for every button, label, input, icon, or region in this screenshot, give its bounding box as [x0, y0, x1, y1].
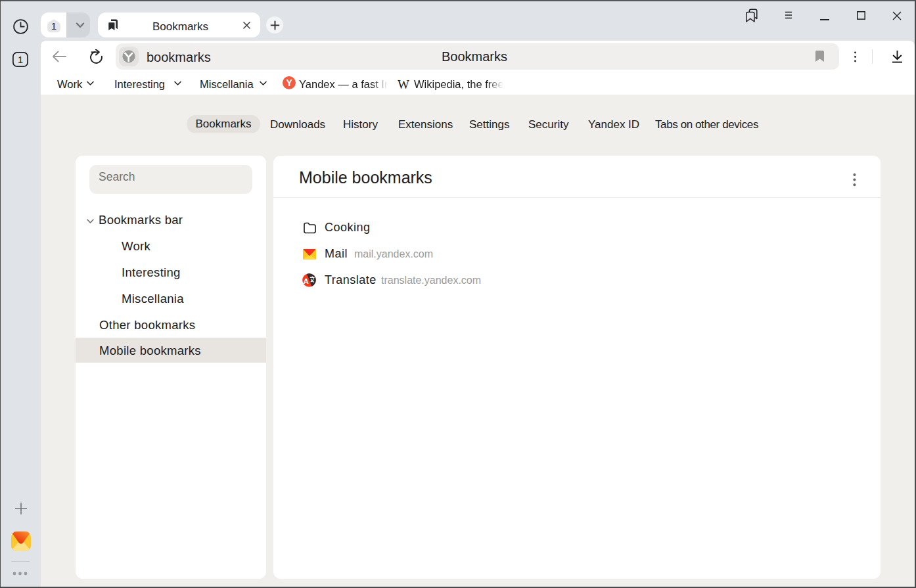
svg-text:1: 1 [51, 20, 56, 32]
svg-text:Y: Y [286, 78, 293, 88]
svg-text:1: 1 [18, 55, 23, 65]
svg-text:A: A [303, 277, 308, 285]
